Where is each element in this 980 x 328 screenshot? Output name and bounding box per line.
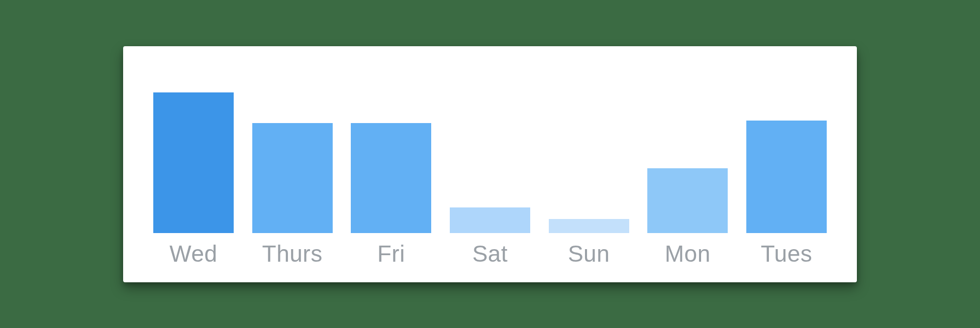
bar-col: [247, 123, 338, 233]
bar-fri: [351, 123, 431, 233]
bar-col: [741, 121, 832, 233]
bar-col: [642, 168, 733, 233]
bar-sun: [549, 219, 629, 233]
bar-thurs: [252, 123, 333, 233]
bar-col: [148, 92, 239, 233]
x-label: Wed: [148, 240, 239, 267]
x-label: Tues: [741, 240, 832, 267]
bar-wed: [153, 92, 234, 233]
chart-stage: Wed Thurs Fri Sat Sun Mon Tues: [0, 0, 980, 328]
bar-col: [544, 219, 634, 233]
bar-col: [346, 123, 436, 233]
x-label: Thurs: [247, 240, 338, 267]
x-label: Mon: [642, 240, 733, 267]
bars-row: [143, 82, 837, 233]
chart-card: Wed Thurs Fri Sat Sun Mon Tues: [123, 46, 857, 282]
x-label: Fri: [346, 240, 436, 267]
bar-col: [445, 207, 535, 233]
labels-row: Wed Thurs Fri Sat Sun Mon Tues: [143, 233, 837, 267]
bar-sat: [450, 207, 530, 233]
x-label: Sun: [544, 240, 634, 267]
bar-mon: [647, 168, 728, 233]
bar-tues: [746, 121, 827, 233]
x-label: Sat: [445, 240, 535, 267]
